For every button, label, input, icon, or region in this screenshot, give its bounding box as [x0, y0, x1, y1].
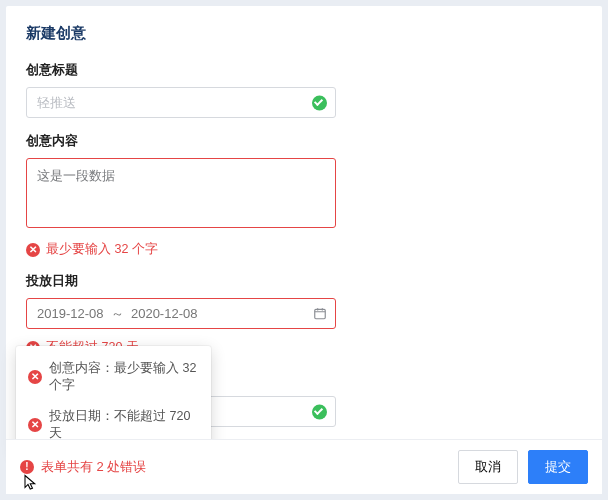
- title1-input-wrap: [26, 87, 336, 118]
- form-footer: ! 表单共有 2 处错误 取消 提交: [6, 439, 602, 494]
- date-input-wrap: [26, 298, 336, 329]
- page-title: 新建创意: [26, 24, 582, 43]
- label-title1: 创意标题: [26, 61, 582, 79]
- error-icon: ✕: [26, 243, 40, 257]
- submit-button[interactable]: 提交: [528, 450, 588, 484]
- calendar-icon: [312, 306, 327, 321]
- error-icon: ✕: [28, 370, 42, 384]
- title1-input[interactable]: [26, 87, 336, 118]
- error-summary[interactable]: ! 表单共有 2 处错误: [20, 458, 146, 476]
- content-input-wrap: [26, 158, 336, 231]
- popover-item-text: 创意内容：最少要输入 32 个字: [49, 360, 199, 394]
- form-card: 新建创意 创意标题 创意内容 ✕ 最少要输入 32 个字 投放日期 ✕ 不能超过…: [6, 6, 602, 494]
- date-input[interactable]: [26, 298, 336, 329]
- error-popover: ✕ 创意内容：最少要输入 32 个字 ✕ 投放日期：不能超过 720 天: [16, 346, 211, 454]
- error-icon: !: [20, 460, 34, 474]
- check-icon: [312, 95, 327, 110]
- check-icon: [312, 404, 327, 419]
- svg-rect-0: [314, 309, 325, 318]
- cancel-button[interactable]: 取消: [458, 450, 518, 484]
- popover-item-text: 投放日期：不能超过 720 天: [49, 408, 199, 442]
- content-error-text: 最少要输入 32 个字: [46, 241, 158, 258]
- error-summary-text: 表单共有 2 处错误: [41, 458, 146, 476]
- popover-item: ✕ 创意内容：最少要输入 32 个字: [28, 356, 199, 398]
- footer-actions: 取消 提交: [458, 450, 588, 484]
- label-date: 投放日期: [26, 272, 582, 290]
- error-icon: ✕: [28, 418, 42, 432]
- label-content: 创意内容: [26, 132, 582, 150]
- content-textarea[interactable]: [26, 158, 336, 228]
- content-error: ✕ 最少要输入 32 个字: [26, 241, 582, 258]
